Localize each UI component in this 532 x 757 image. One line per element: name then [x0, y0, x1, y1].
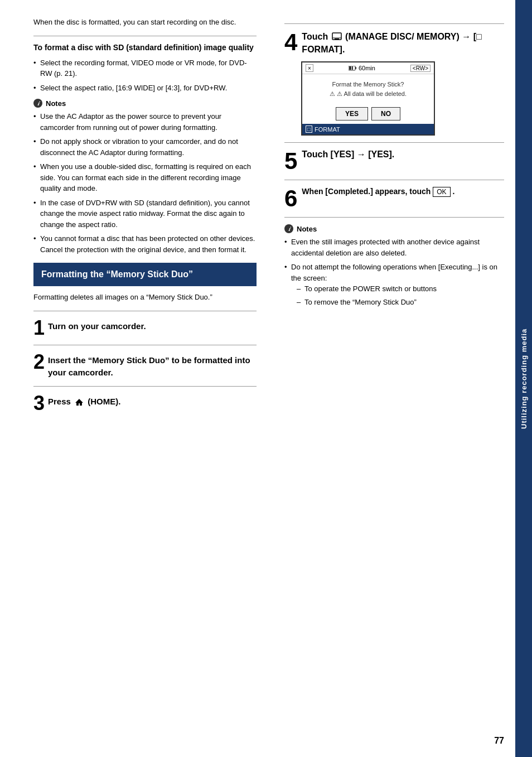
- screen-prompt: Format the Memory Stick?: [306, 80, 431, 89]
- step-2-block: 2 Insert the “Memory Stick Duo” to be fo…: [33, 352, 257, 379]
- right-divider-step6: [284, 180, 504, 180]
- step-1-text: Turn on your camcorder.: [33, 318, 257, 333]
- page-number: 77: [494, 736, 504, 746]
- note-right-1: Even the still images protected with ano…: [284, 237, 504, 258]
- two-column-layout: When the disc is formatted, you can star…: [33, 17, 504, 740]
- notes-icon-right: 𝑖: [284, 224, 293, 233]
- svg-rect-3: [335, 38, 339, 40]
- step-3-block: 3 Press (HOME).: [33, 393, 257, 413]
- dash-item-2: To remove the “Memory Stick Duo”: [297, 297, 504, 308]
- note-left-4: In the case of DVD+RW with SD (standard …: [33, 197, 257, 230]
- step-1-block: 1 Turn on your camcorder.: [33, 318, 257, 338]
- divider-step3: [33, 386, 257, 387]
- step-4-title: Touch (MANAGE DISC/ MEMORY): [302, 31, 504, 56]
- step-5-block: 5 Touch [YES] → [YES].: [284, 150, 504, 173]
- page-container: When the disc is formatted, you can star…: [0, 0, 532, 757]
- screen-time: 60min: [349, 65, 375, 71]
- screen-warning-text: ⚠ ⚠ All data will be deleted.: [306, 89, 431, 99]
- step-3-number: 3: [33, 393, 45, 413]
- manage-disc-icon: [332, 31, 342, 44]
- step-3-icon-text: (HOME).: [88, 397, 120, 406]
- step-5-number: 5: [284, 150, 297, 173]
- screen-footer: □ FORMAT: [302, 124, 434, 134]
- step-6-title: When [Completed.] appears, touch OK .: [302, 187, 504, 197]
- notes-heading-right: 𝑖 Notes: [284, 224, 504, 233]
- formatting-banner: Formatting the “Memory Stick Duo”: [33, 263, 257, 286]
- screen-footer-icon: □: [306, 126, 312, 133]
- step-5-title: Touch [YES] → [YES].: [302, 150, 504, 160]
- step-4-number: 4: [284, 31, 297, 54]
- screen-body: Format the Memory Stick? ⚠ ⚠ All data wi…: [302, 74, 434, 104]
- sd-bullets: Select the recording format, VIDEO mode …: [33, 57, 257, 94]
- screen-close-btn: ×: [306, 64, 313, 72]
- left-column: When the disc is formatted, you can star…: [33, 17, 268, 740]
- step-1-number: 1: [33, 318, 45, 338]
- step-6-block: 6 When [Completed.] appears, touch OK .: [284, 187, 504, 210]
- note-right-2: Do not attempt the following operations …: [284, 262, 504, 307]
- step-6-content: When [Completed.] appears, touch OK .: [302, 187, 504, 197]
- intro-text: When the disc is formatted, you can star…: [33, 17, 257, 28]
- warning-triangle-icon: ⚠: [330, 90, 335, 97]
- svg-marker-0: [75, 399, 83, 406]
- step-3-text: Press (HOME).: [33, 393, 257, 408]
- screen-yes-btn[interactable]: YES: [336, 107, 368, 120]
- note-left-5: You cannot format a disc that has been p…: [33, 233, 257, 255]
- step-2-text: Insert the “Memory Stick Duo” to be form…: [33, 352, 257, 379]
- notes-right-list: Even the still images protected with ano…: [284, 237, 504, 307]
- main-content: When the disc is formatted, you can star…: [0, 0, 515, 757]
- sd-section-heading: To format a disc with SD (standard defin…: [33, 43, 257, 52]
- screen-no-btn[interactable]: NO: [371, 107, 400, 120]
- divider-step1: [33, 311, 257, 311]
- step-2-number: 2: [33, 352, 45, 372]
- ok-box: OK: [433, 187, 450, 197]
- sd-bullet-1: Select the recording format, VIDEO mode …: [33, 57, 257, 79]
- svg-rect-5: [355, 67, 356, 69]
- step-4-block: 4 Touch: [284, 31, 504, 56]
- step-6-number: 6: [284, 187, 297, 210]
- screen-buttons: YES NO: [302, 104, 434, 124]
- note-left-3: When you use a double-sided disc, format…: [33, 161, 257, 194]
- notes-icon-left: 𝑖: [33, 99, 42, 108]
- dash-item-1: To operate the POWER switch or buttons: [297, 283, 504, 295]
- home-icon: [75, 396, 84, 408]
- dash-list: To operate the POWER switch or buttons T…: [297, 283, 504, 307]
- top-divider: [33, 36, 257, 36]
- svg-rect-6: [349, 66, 351, 70]
- divider-step2: [33, 345, 257, 345]
- screen-top-bar: × 60min <RW>: [302, 62, 434, 74]
- right-column: 4 Touch: [273, 17, 504, 740]
- note-left-1: Use the AC Adaptor as the power source t…: [33, 111, 257, 133]
- screen-rw-badge: <RW>: [410, 65, 431, 72]
- right-sidebar: Utilizing recording media: [515, 0, 532, 757]
- right-divider-notes: [284, 217, 504, 218]
- svg-rect-7: [352, 66, 353, 70]
- notes-left-list: Use the AC Adaptor as the power source t…: [33, 111, 257, 255]
- step-4-content: Touch (MANAGE DISC/ MEMORY): [302, 31, 504, 56]
- right-divider-step5: [284, 142, 504, 143]
- screen-footer-text: FORMAT: [315, 126, 340, 133]
- screen-mockup: × 60min <RW> For: [301, 61, 435, 136]
- right-top-divider: [284, 23, 504, 24]
- notes-heading-left: 𝑖 Notes: [33, 99, 257, 108]
- note-left-2: Do not apply shock or vibration to your …: [33, 136, 257, 158]
- sd-bullet-2: Select the aspect ratio, [16:9 WIDE] or …: [33, 83, 257, 94]
- formatting-intro: Formatting deletes all images on a “Memo…: [33, 292, 257, 303]
- step-5-content: Touch [YES] → [YES].: [302, 150, 504, 160]
